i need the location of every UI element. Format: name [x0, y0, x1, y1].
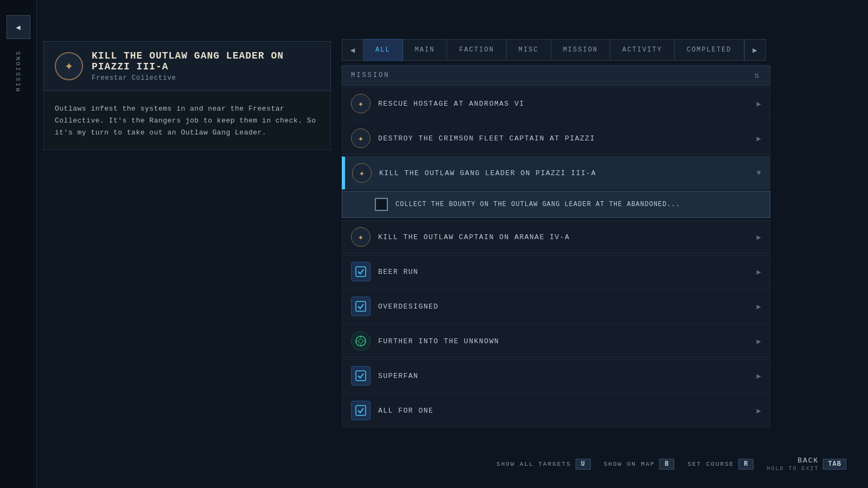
tab-activity[interactable]: ACTIVITY [610, 39, 675, 61]
mission-title-block: Kill the Outlaw Gang Leader on Piazzi II… [92, 50, 320, 82]
mission-item-label-7: FURTHER INTO THE UNKNOWN [378, 337, 749, 345]
bottom-bar: SHOW ALL TARGETS U SHOW ON MAP B SET COU… [496, 457, 846, 472]
mission-icon-freestar-3: ✦ [352, 163, 372, 183]
show-all-targets-key[interactable]: U [576, 459, 591, 470]
mission-header: ✦ Kill the Outlaw Gang Leader on Piazzi … [43, 41, 331, 91]
svg-rect-1 [356, 301, 366, 311]
svg-point-3 [359, 339, 363, 343]
mission-item-label-2: DESTROY THE CRIMSON FLEET CAPTAIN AT PIA… [378, 134, 749, 143]
mission-icon-freestar-2: ✦ [351, 129, 371, 148]
tab-misc[interactable]: MISC [507, 39, 551, 61]
sidebar: ◀ MISSIONS [0, 0, 37, 488]
back-action: BACK HOLD TO EXIT TAB [767, 457, 846, 472]
mission-item-label-3: KILL THE OUTLAW GANG LEADER ON PIAZZI II… [379, 169, 749, 177]
mission-item-kill-outlaw-captain[interactable]: ✦ KILL THE OUTLAW CAPTAIN ON ARANAE IV-A… [342, 220, 770, 254]
tab-faction[interactable]: FACTION [447, 39, 506, 61]
mission-icon-blue-1 [351, 262, 371, 281]
mission-item-beer-run[interactable]: BEER RUN ▶ [342, 255, 770, 288]
section-header-label: MISSION [351, 72, 390, 79]
tab-main[interactable]: MAIN [403, 39, 448, 61]
mission-icon-blue-2 [351, 297, 371, 316]
mission-item-arrow-4: ▶ [757, 233, 761, 242]
show-on-map-label: SHOW ON MAP [604, 461, 655, 467]
tab-all[interactable]: ALL [363, 39, 403, 61]
mission-icon-blue-3 [351, 366, 371, 386]
mission-sub-item-collect-bounty[interactable]: COLLECT THE BOUNTY ON THE OUTLAW GANG LE… [342, 191, 770, 218]
sub-item-label: COLLECT THE BOUNTY ON THE OUTLAW GANG LE… [395, 201, 761, 208]
mission-detail-panel: ✦ Kill the Outlaw Gang Leader on Piazzi … [43, 41, 331, 150]
sidebar-collapse-button[interactable]: ◀ [7, 15, 30, 39]
mission-item-superfan[interactable]: SUPERFAN ▶ [342, 359, 770, 393]
section-header: MISSION ⇅ [342, 65, 770, 86]
set-course-key[interactable]: R [738, 459, 754, 470]
mission-item-arrow-9: ▶ [757, 406, 761, 415]
show-on-map-key[interactable]: B [659, 459, 674, 470]
svg-rect-0 [356, 267, 366, 277]
mission-faction-icon: ✦ [55, 52, 83, 80]
mission-item-further-unknown[interactable]: FURTHER INTO THE UNKNOWN ▶ [342, 324, 770, 358]
mission-item-arrow-5: ▶ [757, 267, 761, 277]
svg-rect-8 [356, 371, 366, 381]
mission-item-arrow-8: ▶ [757, 371, 761, 381]
sidebar-label: MISSIONS [15, 50, 22, 92]
mission-item-rescue-hostage[interactable]: ✦ RESCUE HOSTAGE AT ANDROMAS VI ▶ [342, 87, 770, 120]
mission-item-overdesigned[interactable]: OVERDESIGNED ▶ [342, 290, 770, 323]
mission-faction: Freestar Collective [92, 74, 320, 82]
mission-icon-freestar-4: ✦ [351, 227, 371, 247]
mission-item-all-for-one[interactable]: ALL FOR ONE ▶ [342, 394, 770, 427]
filter-nav-right[interactable]: ▶ [744, 39, 766, 61]
tab-completed[interactable]: COMPLETED [675, 39, 744, 61]
mission-item-label-8: SUPERFAN [378, 372, 749, 380]
mission-title: Kill the Outlaw Gang Leader on Piazzi II… [92, 50, 320, 72]
tab-mission[interactable]: MISSION [551, 39, 610, 61]
mission-item-label-4: KILL THE OUTLAW CAPTAIN ON ARANAE IV-A [378, 233, 749, 241]
mission-item-label-5: BEER RUN [378, 268, 749, 276]
filter-nav-left[interactable]: ◀ [342, 39, 363, 61]
filter-tabs: ◀ ALL MAIN FACTION MISC MISSION ACTIVITY… [342, 39, 770, 61]
mission-item-kill-gang-leader[interactable]: ✦ KILL THE OUTLAW GANG LEADER ON PIAZZI … [342, 156, 770, 190]
sub-item-checkbox[interactable] [375, 198, 388, 211]
mission-list: ✦ RESCUE HOSTAGE AT ANDROMAS VI ▶ ✦ DEST… [342, 87, 770, 427]
back-sub-label: HOLD TO EXIT [767, 466, 819, 472]
mission-description: Outlaws infest the systems in and near t… [43, 92, 331, 150]
mission-item-arrow-2: ▶ [757, 134, 761, 143]
mission-icon-green [351, 331, 371, 351]
show-on-map-action: SHOW ON MAP B [604, 459, 675, 470]
mission-item-arrow-7: ▶ [757, 337, 761, 346]
missions-list-panel: ◀ ALL MAIN FACTION MISC MISSION ACTIVITY… [342, 39, 770, 427]
freestar-icon: ✦ [65, 59, 73, 73]
mission-item-arrow: ▶ [757, 99, 761, 108]
back-labels: BACK HOLD TO EXIT [767, 457, 819, 472]
active-indicator [343, 157, 345, 189]
mission-item-label-9: ALL FOR ONE [378, 407, 749, 415]
show-all-targets-action: SHOW ALL TARGETS U [496, 459, 591, 470]
mission-item-label-6: OVERDESIGNED [378, 303, 749, 311]
set-course-label: SET COURSE [687, 461, 734, 467]
mission-icon-freestar: ✦ [351, 94, 371, 113]
sort-icon[interactable]: ⇅ [754, 70, 761, 81]
show-all-targets-label: SHOW ALL TARGETS [496, 461, 571, 467]
svg-rect-9 [356, 406, 366, 415]
mission-item-arrow-3: ▼ [757, 169, 761, 177]
back-label: BACK [797, 457, 819, 465]
mission-item-label: RESCUE HOSTAGE AT ANDROMAS VI [378, 100, 749, 108]
mission-icon-blue-4 [351, 401, 371, 420]
set-course-action: SET COURSE R [687, 459, 754, 470]
mission-item-arrow-6: ▶ [757, 302, 761, 311]
mission-item-destroy-captain[interactable]: ✦ DESTROY THE CRIMSON FLEET CAPTAIN AT P… [342, 121, 770, 155]
back-key[interactable]: TAB [823, 459, 846, 470]
